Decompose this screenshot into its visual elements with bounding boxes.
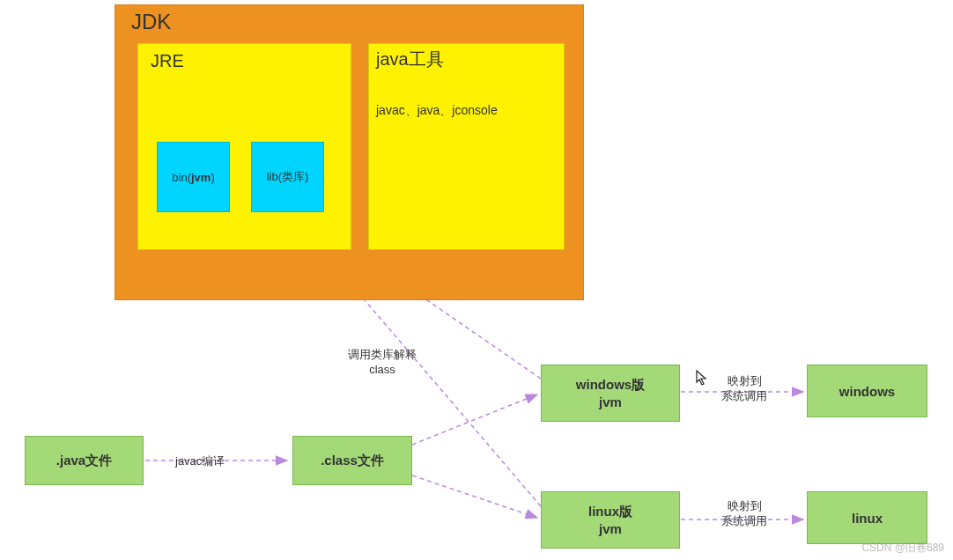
svg-line-2 xyxy=(412,475,537,518)
windows-jvm-box: windows版 jvm xyxy=(541,365,680,422)
windows-jvm-line1: windows版 xyxy=(576,376,645,394)
tools-title: java工具 xyxy=(376,48,557,71)
class-file-box: .class文件 xyxy=(292,436,412,485)
windows-jvm-line2: jvm xyxy=(576,394,645,411)
linux-jvm-line1: linux版 xyxy=(588,503,632,520)
java-file-box: .java文件 xyxy=(25,436,144,485)
lib-label: lib(类库) xyxy=(267,169,309,185)
jdk-title: JDK xyxy=(131,10,567,34)
edge-label-map-linux: 映射到 系统调用 xyxy=(709,499,779,529)
linux-os-box: linux xyxy=(807,491,927,544)
windows-os-box: windows xyxy=(807,365,927,417)
edge-label-javac: javac编译 xyxy=(175,454,225,469)
linux-jvm-line2: jvm xyxy=(588,520,632,538)
svg-line-1 xyxy=(412,394,537,445)
edge-label-map-windows: 映射到 系统调用 xyxy=(709,374,779,404)
cursor-icon xyxy=(696,370,708,389)
java-tools-container: java工具 javac、java、jconsole xyxy=(368,43,565,250)
java-file-label: .java文件 xyxy=(56,453,112,469)
bin-jvm-box: bin(jvm) xyxy=(157,142,230,212)
tools-body: javac、java、jconsole xyxy=(376,103,557,119)
linux-os-label: linux xyxy=(852,511,883,526)
windows-os-label: windows xyxy=(839,384,895,399)
watermark: CSDN @旧巷689 xyxy=(861,541,944,556)
class-file-label: .class文件 xyxy=(321,453,384,469)
lib-box: lib(类库) xyxy=(251,142,324,212)
edge-label-interpret: 调用类库解释 class xyxy=(329,348,435,378)
bin-label: bin(jvm) xyxy=(172,171,214,184)
jre-title: JRE xyxy=(151,51,338,71)
linux-jvm-box: linux版 jvm xyxy=(541,491,680,549)
